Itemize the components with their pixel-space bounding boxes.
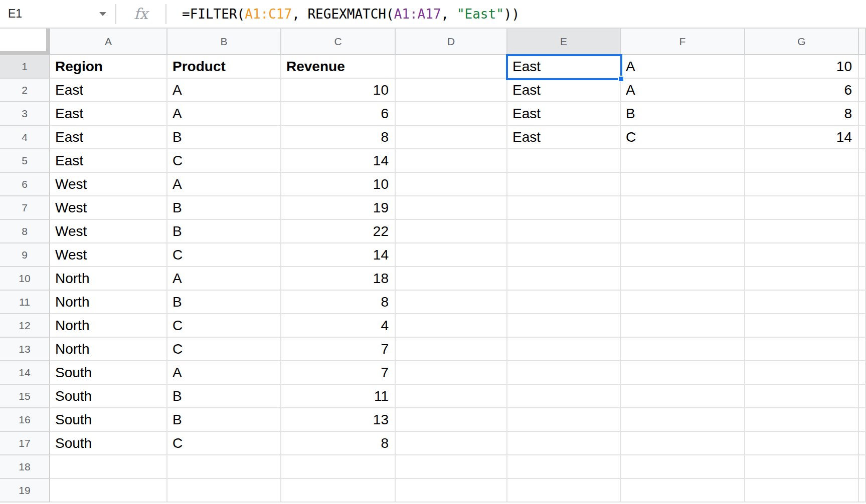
- cell-G11[interactable]: [745, 291, 859, 314]
- cell-G16[interactable]: [745, 408, 859, 432]
- cell-G8[interactable]: [745, 220, 859, 243]
- row-header-9[interactable]: 9: [0, 243, 50, 267]
- row-header-6[interactable]: 6: [0, 173, 50, 196]
- row-header-10[interactable]: 10: [0, 267, 50, 291]
- cell-D5[interactable]: [396, 149, 507, 173]
- cell-clip5[interactable]: [859, 149, 866, 173]
- cell-F14[interactable]: [621, 361, 745, 385]
- cell-clip14[interactable]: [859, 361, 866, 385]
- cell-B1[interactable]: Product: [167, 55, 281, 79]
- cell-F2[interactable]: A: [621, 79, 745, 102]
- cell-G3[interactable]: 8: [745, 102, 859, 126]
- cell-E18[interactable]: [507, 455, 621, 479]
- cell-F11[interactable]: [621, 291, 745, 314]
- row-header-14[interactable]: 14: [0, 361, 50, 385]
- cell-clip3[interactable]: [859, 102, 866, 126]
- column-header-G[interactable]: G: [745, 29, 859, 55]
- row-header-12[interactable]: 12: [0, 314, 50, 338]
- row-header-2[interactable]: 2: [0, 79, 50, 102]
- cell-clip4[interactable]: [859, 126, 866, 149]
- cell-F5[interactable]: [621, 149, 745, 173]
- cell-C2[interactable]: 10: [281, 79, 396, 102]
- column-header-C[interactable]: C: [281, 29, 396, 55]
- cell-B2[interactable]: A: [167, 79, 281, 102]
- cell-A19[interactable]: [50, 479, 167, 502]
- row-header-4[interactable]: 4: [0, 126, 50, 149]
- cell-clip7[interactable]: [859, 196, 866, 220]
- cell-D13[interactable]: [396, 338, 507, 361]
- cell-A6[interactable]: West: [50, 173, 167, 196]
- cell-G9[interactable]: [745, 243, 859, 267]
- row-header-13[interactable]: 13: [0, 338, 50, 361]
- cell-A7[interactable]: West: [50, 196, 167, 220]
- cell-A9[interactable]: West: [50, 243, 167, 267]
- cell-A14[interactable]: South: [50, 361, 167, 385]
- cell-D4[interactable]: [396, 126, 507, 149]
- cell-clip8[interactable]: [859, 220, 866, 243]
- row-header-19[interactable]: 19: [0, 479, 50, 502]
- cell-C8[interactable]: 22: [281, 220, 396, 243]
- cell-A2[interactable]: East: [50, 79, 167, 102]
- row-header-7[interactable]: 7: [0, 196, 50, 220]
- cell-clip9[interactable]: [859, 243, 866, 267]
- cell-clip19[interactable]: [859, 479, 866, 502]
- cell-D3[interactable]: [396, 102, 507, 126]
- cell-C11[interactable]: 8: [281, 291, 396, 314]
- column-header-B[interactable]: B: [167, 29, 281, 55]
- cell-B7[interactable]: B: [167, 196, 281, 220]
- cell-clip15[interactable]: [859, 385, 866, 408]
- cell-C9[interactable]: 14: [281, 243, 396, 267]
- cell-C6[interactable]: 10: [281, 173, 396, 196]
- cell-C15[interactable]: 11: [281, 385, 396, 408]
- cell-F19[interactable]: [621, 479, 745, 502]
- cell-B11[interactable]: B: [167, 291, 281, 314]
- name-box[interactable]: E1: [0, 0, 115, 28]
- cell-E8[interactable]: [507, 220, 621, 243]
- cell-D14[interactable]: [396, 361, 507, 385]
- row-header-8[interactable]: 8: [0, 220, 50, 243]
- cell-A4[interactable]: East: [50, 126, 167, 149]
- cell-D15[interactable]: [396, 385, 507, 408]
- cell-G10[interactable]: [745, 267, 859, 291]
- cell-A8[interactable]: West: [50, 220, 167, 243]
- cell-B6[interactable]: A: [167, 173, 281, 196]
- cell-B12[interactable]: C: [167, 314, 281, 338]
- cell-clip13[interactable]: [859, 338, 866, 361]
- cell-E12[interactable]: [507, 314, 621, 338]
- cell-A3[interactable]: East: [50, 102, 167, 126]
- cell-A12[interactable]: North: [50, 314, 167, 338]
- cell-F9[interactable]: [621, 243, 745, 267]
- cell-clip2[interactable]: [859, 79, 866, 102]
- column-header-D[interactable]: D: [396, 29, 507, 55]
- cell-D12[interactable]: [396, 314, 507, 338]
- formula-input[interactable]: =FILTER(A1:C17, REGEXMATCH(A1:A17, "East…: [166, 0, 866, 28]
- row-header-17[interactable]: 17: [0, 432, 50, 455]
- cell-B15[interactable]: B: [167, 385, 281, 408]
- cell-A11[interactable]: North: [50, 291, 167, 314]
- cell-F1[interactable]: A: [621, 55, 745, 79]
- column-header-clipped[interactable]: [859, 29, 866, 55]
- cell-B17[interactable]: C: [167, 432, 281, 455]
- cell-E19[interactable]: [507, 479, 621, 502]
- cell-C5[interactable]: 14: [281, 149, 396, 173]
- cell-clip10[interactable]: [859, 267, 866, 291]
- cell-G13[interactable]: [745, 338, 859, 361]
- cell-D9[interactable]: [396, 243, 507, 267]
- cell-B8[interactable]: B: [167, 220, 281, 243]
- cell-C18[interactable]: [281, 455, 396, 479]
- cell-E14[interactable]: [507, 361, 621, 385]
- cell-B16[interactable]: B: [167, 408, 281, 432]
- cell-E2[interactable]: East: [507, 79, 621, 102]
- cell-D1[interactable]: [396, 55, 507, 79]
- cell-clip16[interactable]: [859, 408, 866, 432]
- cell-F17[interactable]: [621, 432, 745, 455]
- cell-E1[interactable]: East: [507, 55, 621, 79]
- cell-B18[interactable]: [167, 455, 281, 479]
- cell-D11[interactable]: [396, 291, 507, 314]
- cell-G14[interactable]: [745, 361, 859, 385]
- cell-D2[interactable]: [396, 79, 507, 102]
- cell-A13[interactable]: North: [50, 338, 167, 361]
- cell-B14[interactable]: A: [167, 361, 281, 385]
- row-header-16[interactable]: 16: [0, 408, 50, 432]
- cell-B19[interactable]: [167, 479, 281, 502]
